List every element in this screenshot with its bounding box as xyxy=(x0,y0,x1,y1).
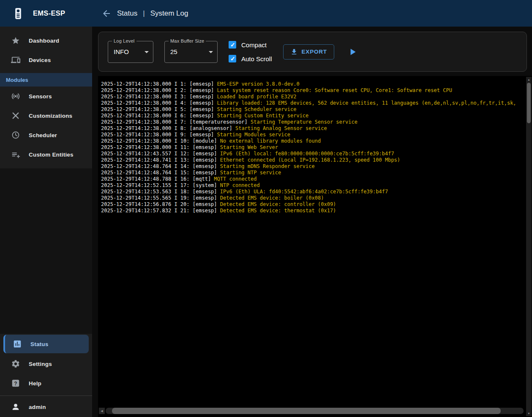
admin-label: admin xyxy=(29,404,46,410)
log-source-tag: [emsesp] xyxy=(193,144,217,150)
sidebar-item-customizations[interactable]: Customizations xyxy=(0,106,92,125)
log-timestamp: 2025-12-29T14:12:48.764 xyxy=(101,170,171,176)
log-message: No external library modules found xyxy=(220,138,321,144)
log-source-tag: [emsesp] xyxy=(190,81,214,87)
log-message: Detected EMS device: controller (0x09) xyxy=(220,201,336,207)
log-message: Library loaded: 128 EMS devices, 562 dev… xyxy=(217,100,516,106)
star-icon xyxy=(11,36,20,45)
log-line: 2025-12-29T14:12:48.764 I 15: [emsesp] S… xyxy=(101,170,524,176)
breadcrumb-separator: | xyxy=(143,9,145,18)
assessment-icon xyxy=(13,339,22,349)
log-timestamp: 2025-12-29T14:12:38.000 xyxy=(101,125,171,131)
log-line: 2025-12-29T14:12:38.000 I 11: [emsesp] S… xyxy=(101,144,524,151)
log-level-id: I 3: xyxy=(174,94,186,100)
toolbar-checkboxes: Compact Auto Scroll xyxy=(229,41,272,62)
export-label: EXPORT xyxy=(302,49,327,55)
download-icon xyxy=(290,48,298,56)
help-icon: ? xyxy=(11,379,20,388)
sidebar-item-custom-entities[interactable]: Custom Entities xyxy=(0,145,92,164)
horizontal-scrollbar[interactable]: ◀ xyxy=(99,408,524,414)
log-line: 2025-12-29T14:12:38.000 I 6: [emsesp] St… xyxy=(101,113,524,119)
vertical-scroll-thumb[interactable] xyxy=(527,83,531,123)
app-title: EMS-ESP xyxy=(33,9,65,17)
log-level-id: I 15: xyxy=(174,170,189,176)
scroll-left-icon[interactable]: ◀ xyxy=(99,408,105,414)
log-source-tag: [emsesp] xyxy=(193,201,217,207)
sidebar-item-status[interactable]: Status xyxy=(3,335,89,353)
log-level-id: I 2: xyxy=(174,87,186,93)
log-level-id: I 16: xyxy=(174,176,189,182)
log-console[interactable]: 2025-12-29T14:12:38.000 I 1: [emsesp] EM… xyxy=(98,76,532,417)
log-level-id: I 10: xyxy=(174,138,189,144)
log-timestamp: 2025-12-29T14:12:56.876 xyxy=(101,201,171,207)
schedule-icon xyxy=(11,130,20,140)
sidebar: DashboardDevices Modules SensorsCustomiz… xyxy=(0,27,92,417)
log-source-tag: [analogsensor] xyxy=(190,125,232,131)
main-content: Log Level INFO Max Buffer Size 25 Compac… xyxy=(92,27,532,417)
log-message: MQTT connected xyxy=(214,176,256,182)
log-message: Starting Temperature Sensor service xyxy=(251,119,357,125)
log-source-tag: [emsesp] xyxy=(193,195,217,201)
log-line: 2025-12-29T14:12:52.155 I 17: [system] N… xyxy=(101,182,524,189)
sidebar-item-devices[interactable]: Devices xyxy=(0,50,92,70)
log-message: IPv6 (Eth) local: fe80:0000:0000:0000:ce… xyxy=(220,151,394,157)
play-icon[interactable] xyxy=(347,46,358,57)
log-source-tag: [emsesp] xyxy=(193,170,217,176)
sidebar-top-block: DashboardDevices Modules SensorsCustomiz… xyxy=(0,27,92,168)
breadcrumb-primary[interactable]: Status xyxy=(117,9,137,18)
log-message: IPv6 (Eth) ULA: fd40:5542:abf6:4a02:ce7b… xyxy=(220,189,388,195)
log-message: Ethernet connected (Local IP=192.168.1.2… xyxy=(220,157,400,163)
chevron-down-icon xyxy=(209,51,213,53)
sidebar-item-scheduler[interactable]: Scheduler xyxy=(0,125,92,145)
log-message: Starting Scheduler service xyxy=(217,106,297,112)
scroll-up-icon[interactable]: ▲ xyxy=(527,78,530,81)
log-timestamp: 2025-12-29T14:12:38.000 xyxy=(101,106,171,112)
auto-scroll-option[interactable]: Auto Scroll xyxy=(229,55,272,62)
max-buffer-size-select[interactable]: Max Buffer Size 25 xyxy=(164,41,218,63)
back-arrow-icon[interactable] xyxy=(101,8,112,19)
sensors-icon xyxy=(11,92,20,101)
compact-checkbox[interactable] xyxy=(229,41,236,49)
log-level-id: I 5: xyxy=(174,106,186,112)
log-line: 2025-12-29T14:12:38.000 I 9: [emsesp] St… xyxy=(101,132,524,138)
log-source-tag: [emsesp] xyxy=(190,132,214,138)
log-source-tag: [mqtt] xyxy=(193,176,211,182)
horizontal-scroll-thumb[interactable] xyxy=(112,408,501,414)
log-timestamp: 2025-12-29T14:12:38.000 xyxy=(101,119,171,125)
compact-option[interactable]: Compact xyxy=(229,41,272,49)
log-level-select[interactable]: Log Level INFO xyxy=(108,41,153,63)
compact-label: Compact xyxy=(241,41,267,49)
scroll-down-icon[interactable]: ▼ xyxy=(527,412,530,415)
log-line: 2025-12-29T14:12:55.565 I 19: [emsesp] D… xyxy=(101,195,524,201)
export-button[interactable]: EXPORT xyxy=(283,44,334,60)
log-message: Loaded board profile E32V2 xyxy=(217,94,297,100)
vertical-scrollbar[interactable]: ▲ ▼ xyxy=(526,77,532,416)
breadcrumb: Status | System Log xyxy=(101,8,188,19)
log-line: 2025-12-29T14:12:43.557 I 12: [emsesp] I… xyxy=(101,151,524,157)
log-line: 2025-12-29T14:12:57.832 I 21: [emsesp] D… xyxy=(101,208,524,214)
log-message: Starting Custom Entity service xyxy=(217,113,309,119)
auto-scroll-checkbox[interactable] xyxy=(229,55,236,62)
log-message: Starting Analog Sensor service xyxy=(235,125,327,131)
playlist-add-icon xyxy=(11,150,20,159)
devices-icon xyxy=(11,55,20,65)
log-source-tag: [module] xyxy=(193,138,217,144)
log-line: 2025-12-29T14:12:38.000 I 7: [temperatur… xyxy=(101,119,524,125)
sidebar-item-label: Status xyxy=(30,341,48,347)
log-level-id: I 13: xyxy=(174,157,189,163)
log-toolbar: Log Level INFO Max Buffer Size 25 Compac… xyxy=(98,32,527,72)
log-level-id: I 4: xyxy=(174,100,186,106)
sidebar-item-dashboard[interactable]: Dashboard xyxy=(0,31,92,50)
sidebar-item-label: Dashboard xyxy=(29,38,59,44)
log-message: Starting Modules service xyxy=(217,132,290,138)
log-level-id: I 21: xyxy=(174,208,189,214)
sidebar-item-settings[interactable]: Settings xyxy=(0,354,92,374)
log-level-id: I 19: xyxy=(174,195,189,201)
svg-text:?: ? xyxy=(14,381,17,387)
sidebar-item-help[interactable]: ?Help xyxy=(0,374,92,393)
log-timestamp: 2025-12-29T14:12:38.000 xyxy=(101,138,171,144)
sidebar-item-label: Customizations xyxy=(29,113,72,119)
sidebar-item-sensors[interactable]: Sensors xyxy=(0,87,92,106)
sidebar-item-admin[interactable]: admin xyxy=(0,397,92,417)
horizontal-scroll-track[interactable] xyxy=(106,408,524,414)
